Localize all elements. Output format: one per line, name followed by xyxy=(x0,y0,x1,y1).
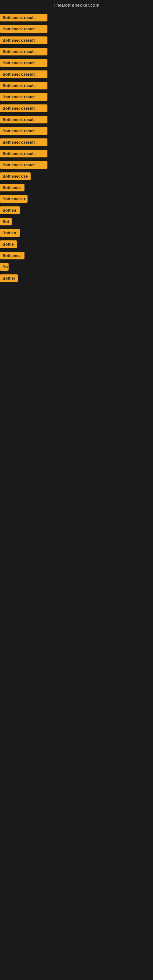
result-row: Bottleneck result xyxy=(0,114,153,125)
result-row: Bottleneck result xyxy=(0,91,153,103)
bottleneck-badge[interactable]: Bottleneck result xyxy=(0,150,48,158)
bottleneck-badge[interactable]: Bottleneck r xyxy=(0,195,27,203)
bottleneck-badge[interactable]: Bottleneck result xyxy=(0,70,48,78)
result-row: Bottleneck result xyxy=(0,159,153,170)
bottleneck-badge[interactable]: Bottler xyxy=(0,274,18,282)
bottleneck-badge[interactable]: Bottleneck result xyxy=(0,82,48,89)
bottleneck-badge[interactable]: Bottleneck result xyxy=(0,14,48,21)
result-row: Bottleneck result xyxy=(0,46,153,57)
result-row: Bottlen xyxy=(0,227,153,239)
result-row: Bottleneck result xyxy=(0,12,153,23)
result-row: Bottlenec xyxy=(0,182,153,193)
bottleneck-badge[interactable]: Bot xyxy=(0,218,12,225)
result-row: Bottleneck result xyxy=(0,125,153,137)
result-row: Bottle xyxy=(0,239,153,250)
bottleneck-badge[interactable]: Bottleneck result xyxy=(0,116,48,123)
bottleneck-badge[interactable]: Bottlen xyxy=(0,229,20,237)
result-row: Bottler xyxy=(0,272,153,284)
bottleneck-badge[interactable]: Bottleneck result xyxy=(0,48,48,56)
results-container: Bottleneck resultBottleneck resultBottle… xyxy=(0,9,153,287)
result-row: Bottleneck result xyxy=(0,68,153,80)
bottleneck-badge[interactable]: Bottleneck result xyxy=(0,105,48,112)
result-row: Bot xyxy=(0,216,153,227)
result-row: Bottleneck re xyxy=(0,170,153,182)
bottleneck-badge[interactable]: Bottleneck result xyxy=(0,37,48,44)
result-row: Bottleneck result xyxy=(0,23,153,35)
bottleneck-badge[interactable]: Bottleneck result xyxy=(0,161,48,169)
bottleneck-badge[interactable]: Bottleneck result xyxy=(0,25,48,33)
bottleneck-badge[interactable]: Bottlenec xyxy=(0,184,24,191)
bottleneck-badge[interactable]: Bottleneck result xyxy=(0,59,48,67)
bottleneck-badge[interactable]: Bottleneck result xyxy=(0,127,48,135)
result-row: Bottleneck result xyxy=(0,103,153,114)
result-row: Bottleneck result xyxy=(0,148,153,159)
site-header: TheBottlenecker.com xyxy=(0,0,153,9)
bottleneck-badge[interactable]: Bo xyxy=(0,263,9,271)
result-row: Bottleneck result xyxy=(0,137,153,148)
bottleneck-badge[interactable]: Bottleneck re xyxy=(0,172,30,180)
result-row: Bo xyxy=(0,261,153,272)
result-row: Bottleneck r xyxy=(0,193,153,205)
result-row: Bottleneck result xyxy=(0,57,153,68)
result-row: Bottleneck result xyxy=(0,35,153,46)
bottleneck-badge[interactable]: Bottleneck result xyxy=(0,93,48,101)
result-row: Bottlenec xyxy=(0,250,153,261)
bottleneck-badge[interactable]: Bottle xyxy=(0,240,17,248)
result-row: Bottleneck result xyxy=(0,80,153,91)
bottleneck-badge[interactable]: Bottleneck result xyxy=(0,138,48,146)
bottleneck-badge[interactable]: Bottlen xyxy=(0,207,20,214)
result-row: Bottlen xyxy=(0,205,153,216)
bottleneck-badge[interactable]: Bottlenec xyxy=(0,252,24,259)
